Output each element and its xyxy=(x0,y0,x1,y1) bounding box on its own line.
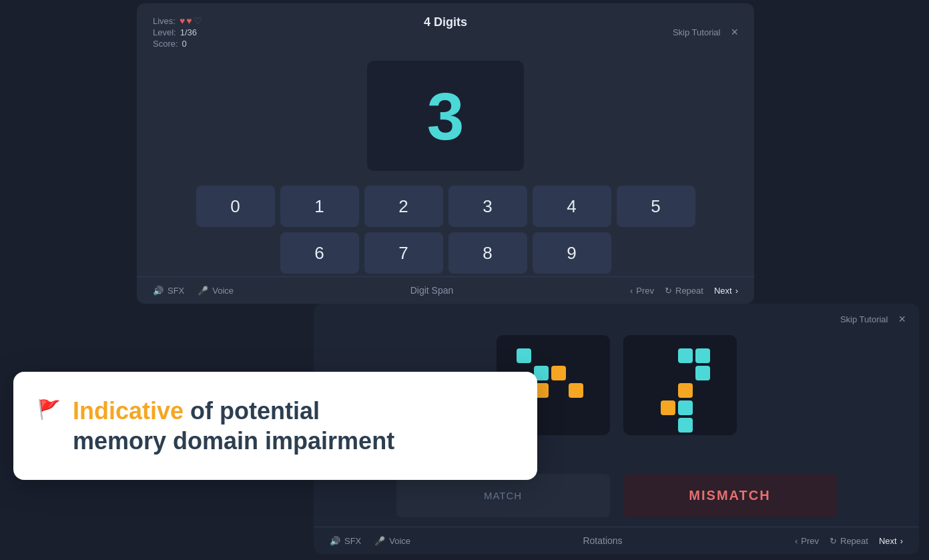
bg-sfx-label: SFX xyxy=(344,536,361,546)
bg-close-button[interactable]: × xyxy=(898,313,906,325)
stats-area: Lives: ♥ ♥ ♡ Level: 1/36 Score: 0 xyxy=(153,15,202,49)
voice-label: Voice xyxy=(212,286,234,296)
sfx-icon: 🔊 xyxy=(153,286,164,296)
digit-9-button[interactable]: 9 xyxy=(533,232,611,274)
heart-2: ♥ xyxy=(186,15,192,26)
dot-2-2 xyxy=(695,348,710,363)
dot-2-1 xyxy=(678,348,693,363)
digit-8-button[interactable]: 8 xyxy=(448,232,527,274)
close-button[interactable]: × xyxy=(731,26,738,38)
prev-label: Prev xyxy=(636,286,654,296)
footer-right: ‹ Prev ↻ Repeat Next › xyxy=(630,286,738,296)
heart-1: ♥ xyxy=(180,15,185,26)
rotation-card-2 xyxy=(623,335,737,435)
level-row: Level: 1/36 xyxy=(153,27,202,37)
digit-grid: 0 1 2 3 4 5 6 7 8 9 xyxy=(196,186,695,274)
voice-icon: 🎤 xyxy=(198,286,208,296)
skip-tutorial-button[interactable]: Skip Tutorial xyxy=(673,27,721,37)
next-chevron-icon: › xyxy=(735,286,738,296)
dot-2-3 xyxy=(695,366,710,380)
window-header: Lives: ♥ ♥ ♡ Level: 1/36 Score: 0 4 Digi… xyxy=(137,3,754,49)
dot-1-3 xyxy=(551,366,566,380)
sfx-button[interactable]: 🔊 SFX xyxy=(153,286,184,296)
bg-footer-left: 🔊 SFX 🎤 Voice xyxy=(330,536,410,546)
bg-prev-button[interactable]: ‹ Prev xyxy=(795,536,819,546)
number-box: 3 xyxy=(367,61,524,171)
bg-window-footer: 🔊 SFX 🎤 Voice Rotations ‹ Prev ↻ Repeat … xyxy=(314,527,919,554)
bg-sfx-icon: 🔊 xyxy=(330,536,340,546)
digit-1-button[interactable]: 1 xyxy=(280,186,359,227)
bg-repeat-button[interactable]: ↻ Repeat xyxy=(830,536,868,546)
repeat-label: Repeat xyxy=(675,286,703,296)
lives-label: Lives: xyxy=(153,16,176,26)
window-controls: Skip Tutorial × xyxy=(673,26,738,38)
dot-1-1 xyxy=(517,348,531,363)
bg-sfx-button[interactable]: 🔊 SFX xyxy=(330,536,361,546)
lives-row: Lives: ♥ ♥ ♡ xyxy=(153,15,202,26)
dot-2-7 xyxy=(678,418,693,433)
number-display: 3 xyxy=(137,61,754,171)
big-number: 3 xyxy=(427,83,465,150)
score-value: 0 xyxy=(182,39,187,49)
heart-3: ♡ xyxy=(194,15,202,26)
match-result-card: MATCH xyxy=(396,474,610,517)
digit-2-button[interactable]: 2 xyxy=(364,186,443,227)
dot-pattern-2 xyxy=(643,348,717,422)
dot-2-4 xyxy=(678,383,693,398)
match-label: MATCH xyxy=(484,490,522,501)
bg-voice-button[interactable]: 🎤 Voice xyxy=(374,536,410,546)
level-label: Level: xyxy=(153,27,176,37)
result-cards-area: MATCH MISMATCH xyxy=(314,474,919,527)
digit-row-1: 0 1 2 3 4 5 xyxy=(196,186,695,227)
bg-skip-tutorial-button[interactable]: Skip Tutorial xyxy=(840,314,888,324)
bg-next-button[interactable]: Next › xyxy=(879,536,903,546)
next-button[interactable]: Next › xyxy=(714,286,738,296)
prev-button[interactable]: ‹ Prev xyxy=(630,286,654,296)
tooltip-highlight: Indicative xyxy=(73,397,184,425)
digit-row-2: 6 7 8 9 xyxy=(280,232,611,274)
flag-icon: 🚩 xyxy=(37,398,61,421)
digit-5-button[interactable]: 5 xyxy=(617,186,695,227)
digit-6-button[interactable]: 6 xyxy=(280,232,359,274)
prev-chevron-icon: ‹ xyxy=(630,286,633,296)
level-value: 1/36 xyxy=(180,27,197,37)
bg-voice-icon: 🎤 xyxy=(374,536,385,546)
bg-prev-label: Prev xyxy=(801,536,819,546)
tooltip-text: Indicative of potentialmemory domain imp… xyxy=(73,396,394,456)
bg-footer-right: ‹ Prev ↻ Repeat Next › xyxy=(795,536,903,546)
bg-prev-chevron-icon: ‹ xyxy=(795,536,798,546)
main-game-window: Lives: ♥ ♥ ♡ Level: 1/36 Score: 0 4 Digi… xyxy=(137,3,754,304)
dot-1-5 xyxy=(569,383,583,398)
digit-0-button[interactable]: 0 xyxy=(196,186,275,227)
bg-next-chevron-icon: › xyxy=(900,536,903,546)
bg-voice-label: Voice xyxy=(389,536,410,546)
digit-4-button[interactable]: 4 xyxy=(533,186,611,227)
digit-3-button[interactable]: 3 xyxy=(448,186,527,227)
footer-left: 🔊 SFX 🎤 Voice xyxy=(153,286,234,296)
bg-repeat-icon: ↻ xyxy=(830,536,837,546)
main-window-footer: 🔊 SFX 🎤 Voice Digit Span ‹ Prev ↻ Repeat… xyxy=(137,276,754,304)
score-row: Score: 0 xyxy=(153,39,202,49)
voice-button[interactable]: 🎤 Voice xyxy=(198,286,234,296)
game-type-label: Digit Span xyxy=(410,285,454,296)
window-title: 4 Digits xyxy=(424,15,467,29)
next-label: Next xyxy=(714,286,732,296)
bg-next-label: Next xyxy=(879,536,897,546)
bg-repeat-label: Repeat xyxy=(840,536,868,546)
sfx-label: SFX xyxy=(168,286,184,296)
tooltip-card: 🚩 Indicative of potentialmemory domain i… xyxy=(13,372,537,480)
bg-game-type-label: Rotations xyxy=(583,535,622,546)
repeat-icon: ↻ xyxy=(665,286,672,296)
mismatch-result-card: MISMATCH xyxy=(623,474,837,517)
score-label: Score: xyxy=(153,39,178,49)
mismatch-label: MISMATCH xyxy=(689,488,770,503)
bg-window-header: Skip Tutorial × xyxy=(314,304,919,325)
dot-2-6 xyxy=(678,400,693,415)
dot-2-5 xyxy=(661,400,675,415)
digit-7-button[interactable]: 7 xyxy=(364,232,443,274)
hearts: ♥ ♥ ♡ xyxy=(180,15,202,26)
repeat-button[interactable]: ↻ Repeat xyxy=(665,286,703,296)
